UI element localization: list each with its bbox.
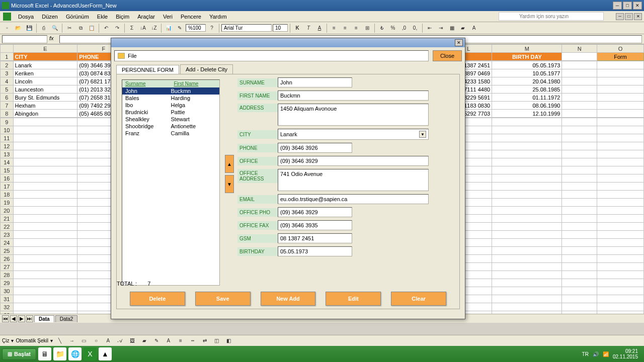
3d-icon[interactable]: ◧ bbox=[224, 336, 234, 346]
line-icon[interactable]: ╲ bbox=[55, 336, 65, 346]
col-header[interactable]: O bbox=[597, 45, 644, 53]
row-header[interactable]: 13 bbox=[1, 150, 14, 158]
input-phone[interactable] bbox=[278, 143, 352, 153]
input-firstname[interactable] bbox=[278, 90, 429, 101]
oval-icon[interactable]: ○ bbox=[91, 336, 101, 346]
row-header[interactable]: 32 bbox=[1, 303, 14, 311]
list-item[interactable]: BrudnickiPattie bbox=[122, 109, 219, 116]
font-combo[interactable] bbox=[221, 24, 272, 32]
dialog-titlebar[interactable]: ✕ bbox=[111, 38, 465, 47]
help-search[interactable] bbox=[499, 12, 604, 21]
row-header[interactable]: 1 bbox=[1, 53, 14, 61]
menu-edit[interactable]: Düzen bbox=[38, 13, 62, 21]
copy-icon[interactable]: ⧉ bbox=[75, 23, 86, 33]
row-header[interactable]: 23 bbox=[1, 231, 14, 239]
taskbar-chrome-icon[interactable]: 🌐 bbox=[68, 347, 82, 360]
paste-icon[interactable]: 📋 bbox=[87, 23, 97, 33]
menu-window[interactable]: Pencere bbox=[177, 13, 205, 21]
cell[interactable]: 05.05.1973 bbox=[492, 61, 562, 69]
form-button[interactable]: Form bbox=[597, 53, 644, 61]
wb-minimize-button[interactable]: ─ bbox=[616, 13, 624, 20]
nav-down-button[interactable]: ▼ bbox=[225, 175, 234, 193]
taskbar-explorer-icon[interactable]: 📁 bbox=[53, 347, 66, 360]
row-header[interactable]: 12 bbox=[1, 142, 14, 150]
cell[interactable]: 25.08.1985 bbox=[492, 85, 562, 94]
clipart-icon[interactable]: 🖼 bbox=[127, 336, 137, 346]
chevron-down-icon[interactable]: ▼ bbox=[419, 131, 426, 138]
cell[interactable]: 20.04.1980 bbox=[492, 77, 562, 85]
col-header[interactable]: E bbox=[13, 45, 77, 53]
list-item[interactable]: JohnBuckmn bbox=[122, 87, 219, 95]
input-address[interactable]: 1450 Aliquam Avonoue bbox=[278, 104, 429, 126]
menu-help[interactable]: Yardım bbox=[205, 13, 231, 21]
drawing-icon[interactable]: ✎ bbox=[175, 23, 185, 33]
taskbar-vlc-icon[interactable]: ▲ bbox=[99, 347, 112, 360]
new-icon[interactable]: ▫ bbox=[2, 23, 12, 33]
tray-time[interactable]: 09:21 bbox=[613, 348, 638, 354]
menu-data[interactable]: Veri bbox=[159, 13, 177, 21]
cell[interactable]: Keriken bbox=[13, 69, 77, 77]
menu-insert[interactable]: Ekle bbox=[93, 13, 112, 21]
preview-icon[interactable]: 🔍 bbox=[50, 23, 60, 33]
taskbar-excel-icon[interactable]: X bbox=[84, 347, 97, 360]
input-officeaddr[interactable]: 741 Odio Avenue bbox=[278, 169, 429, 191]
arrowstyle-icon[interactable]: ⇄ bbox=[200, 336, 210, 346]
tab-personnel-form[interactable]: PERSONNEL FORM bbox=[116, 65, 179, 74]
tray-sound-icon[interactable]: 🔊 bbox=[593, 351, 599, 357]
help-icon[interactable]: ? bbox=[207, 23, 217, 33]
rect-icon[interactable]: ▭ bbox=[79, 336, 89, 346]
wb-close-button[interactable]: ✕ bbox=[634, 13, 642, 20]
newadd-button[interactable]: New Add bbox=[261, 292, 316, 306]
input-officefax[interactable] bbox=[278, 220, 352, 230]
indent-inc-icon[interactable]: ⇥ bbox=[436, 23, 446, 33]
row-header[interactable]: 20 bbox=[1, 207, 14, 215]
textbox-icon[interactable]: A bbox=[103, 336, 113, 346]
tab-add-delete-city[interactable]: Add - Delete City bbox=[180, 64, 233, 74]
underline-icon[interactable]: A bbox=[314, 23, 325, 33]
wordart-icon[interactable]: 𝒜 bbox=[115, 336, 125, 346]
start-button[interactable]: ⊞ Başlat bbox=[2, 348, 36, 360]
sort-asc-icon[interactable]: ↓A bbox=[138, 23, 148, 33]
indent-dec-icon[interactable]: ⇤ bbox=[425, 23, 435, 33]
row-header[interactable]: 27 bbox=[1, 263, 14, 271]
row-header[interactable]: 29 bbox=[1, 279, 14, 287]
redo-icon[interactable]: ↷ bbox=[112, 23, 122, 33]
list-item[interactable]: IboHelga bbox=[122, 102, 219, 109]
cell[interactable]: 01.11.1972 bbox=[492, 94, 562, 102]
cell-header[interactable]: CITY bbox=[13, 53, 77, 61]
input-officepho[interactable] bbox=[278, 207, 352, 217]
cell[interactable]: Abingdon bbox=[13, 110, 77, 118]
minimize-button[interactable]: ─ bbox=[613, 2, 622, 10]
list-item[interactable]: BalesHarding bbox=[122, 95, 219, 102]
delete-button[interactable]: Delete bbox=[130, 292, 185, 306]
cell[interactable]: 12.10.1999 bbox=[492, 110, 562, 118]
cell[interactable]: Launceston bbox=[13, 85, 77, 94]
linecolor-icon[interactable]: ✎ bbox=[151, 336, 162, 346]
chart-icon[interactable]: 📊 bbox=[164, 23, 174, 33]
row-header[interactable]: 3 bbox=[1, 69, 14, 77]
cut-icon[interactable]: ✂ bbox=[64, 23, 74, 33]
edit-button[interactable]: Edit bbox=[326, 292, 381, 306]
sheet-tab-data2[interactable]: Data2 bbox=[55, 315, 78, 322]
row-header[interactable]: 22 bbox=[1, 223, 14, 231]
row-header[interactable]: 4 bbox=[1, 77, 14, 85]
row-header[interactable]: 2 bbox=[1, 61, 14, 69]
tab-prev-icon[interactable]: ◀ bbox=[10, 315, 17, 322]
combo-city[interactable]: Lanark▼ bbox=[278, 129, 429, 140]
arrow-icon[interactable]: → bbox=[67, 336, 77, 346]
decimal-dec-icon[interactable]: 0, bbox=[410, 23, 420, 33]
cell[interactable]: Hexham bbox=[13, 102, 77, 110]
row-header[interactable]: 9 bbox=[1, 118, 14, 126]
tray-date[interactable]: 02.11.2015 bbox=[613, 354, 638, 359]
tray-lang[interactable]: TR bbox=[582, 351, 589, 357]
fontsize-combo[interactable] bbox=[273, 24, 288, 32]
sort-desc-icon[interactable]: ↓Z bbox=[149, 23, 159, 33]
tab-last-icon[interactable]: ⏭ bbox=[26, 315, 33, 322]
maximize-button[interactable]: □ bbox=[623, 2, 632, 10]
cell[interactable]: Lincoln bbox=[13, 77, 77, 85]
linestyle-icon[interactable]: ≡ bbox=[176, 336, 186, 346]
row-header[interactable]: 30 bbox=[1, 287, 14, 295]
fx-icon[interactable]: fx bbox=[49, 35, 57, 43]
percent-icon[interactable]: % bbox=[388, 23, 398, 33]
italic-icon[interactable]: T bbox=[303, 23, 313, 33]
